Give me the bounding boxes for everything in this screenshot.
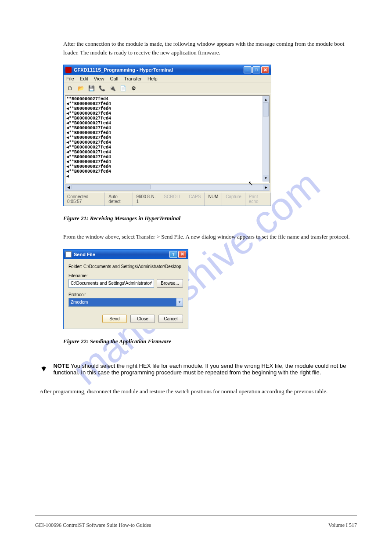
scroll-up-icon[interactable]: ▲ [263, 96, 269, 102]
folder-path: C:\Documents and Settings\Administrator\… [83, 264, 181, 269]
filename-input[interactable] [68, 279, 154, 288]
status-caps: CAPS [185, 192, 205, 206]
dialog-icon [65, 251, 72, 258]
dialog-close-button[interactable]: ✕ [178, 251, 186, 258]
footer-rule [35, 515, 357, 515]
figure-1: GFXD1111S_Programming - HyperTerminal – … [63, 65, 357, 206]
protocol-selected: Zmodem [69, 298, 176, 306]
footer-page: Volume I 517 [328, 522, 357, 529]
maximize-button[interactable]: □ [252, 66, 260, 73]
protocol-combo[interactable]: Zmodem ▼ [68, 298, 183, 307]
status-printecho: Print echo [245, 192, 271, 206]
status-connected: Connected 0:05:57 [64, 192, 105, 206]
outro-paragraph: After programming, disconnect the module… [40, 387, 357, 396]
scroll-right-icon[interactable]: ▶ [263, 185, 269, 190]
minimize-button[interactable]: – [244, 66, 252, 73]
send-icon[interactable]: 📄 [119, 84, 127, 92]
status-capture: Capture [222, 192, 245, 206]
dialog-titlebar: Send File ? ✕ [64, 250, 188, 259]
scroll-down-icon[interactable]: ▼ [263, 175, 269, 181]
titlebar: GFXD1111S_Programming - HyperTerminal – … [64, 65, 271, 75]
phone-icon[interactable]: 📞 [98, 84, 106, 92]
figure-1-caption: Figure 21: Receiving Messages in HyperTe… [63, 215, 357, 222]
terminal-output: **B000000027fed4 ◄**B000000027fed4 ◄**B0… [65, 95, 270, 183]
close-dialog-button[interactable]: Close [130, 315, 155, 323]
toolbar: 🗋 📂 💾 📞 🔌 📄 ⚙ [64, 83, 271, 94]
menu-file[interactable]: File [66, 76, 74, 81]
hyperterminal-window: GFXD1111S_Programming - HyperTerminal – … [63, 65, 271, 206]
statusbar: Connected 0:05:57 Auto detect 9600 8-N-1… [64, 192, 271, 206]
chevron-down-icon[interactable]: ▼ [176, 298, 183, 306]
browse-button[interactable]: Browse... [157, 279, 183, 288]
vertical-scrollbar[interactable]: ▲ ▼ [263, 96, 269, 181]
horizontal-scrollbar[interactable]: ◀ ▶ [65, 184, 270, 191]
close-button[interactable]: ✕ [261, 66, 269, 73]
scroll-thumb-h[interactable] [72, 185, 151, 189]
note-label: NOTE [53, 363, 69, 369]
figure-2: Send File ? ✕ Folder: C:\Documents and S… [63, 249, 357, 329]
dialog-title: Send File [74, 252, 169, 257]
dialog-buttons: Send Close Cancel [68, 315, 183, 323]
window-title: GFXD1111S_Programming - HyperTerminal [74, 67, 244, 73]
dialog-body: Folder: C:\Documents and Settings\Admini… [64, 259, 188, 329]
page: After the connection to the module is ma… [0, 0, 392, 421]
app-icon [65, 67, 72, 73]
folder-label: Folder: [68, 264, 82, 269]
menubar: File Edit View Call Transfer Help [64, 75, 271, 83]
intro-paragraph: After the connection to the module is ma… [63, 40, 357, 57]
cursor-icon: ↖ [248, 180, 253, 187]
status-baud: 9600 8-N-1 [133, 192, 161, 206]
protocol-label: Protocol: [68, 292, 183, 297]
cancel-button[interactable]: Cancel [158, 315, 183, 323]
status-scroll: SCROLL [160, 192, 185, 206]
scroll-left-icon[interactable]: ◀ [65, 185, 72, 190]
open-icon[interactable]: 📂 [77, 84, 85, 92]
note-text: NOTE You should select the right HEX fil… [53, 363, 357, 376]
note-body: You should select the right HEX file for… [53, 363, 346, 376]
step-paragraph: From the window above, select Transfer >… [63, 232, 357, 241]
save-icon[interactable]: 💾 [87, 84, 95, 92]
folder-line: Folder: C:\Documents and Settings\Admini… [68, 264, 183, 269]
disconnect-icon[interactable]: 🔌 [108, 84, 116, 92]
figure-2-caption: Figure 22: Sending the Application Firmw… [63, 338, 357, 345]
menu-edit[interactable]: Edit [80, 76, 88, 81]
filename-row: Browse... [68, 279, 183, 288]
scroll-track[interactable] [72, 185, 263, 190]
scroll-thumb[interactable] [263, 102, 269, 116]
menu-help[interactable]: Help [147, 76, 158, 81]
note-block: NOTE You should select the right HEX fil… [40, 363, 357, 378]
send-button[interactable]: Send [102, 315, 127, 323]
help-button[interactable]: ? [169, 251, 177, 258]
menu-call[interactable]: Call [110, 76, 119, 81]
status-num: NUM [205, 192, 222, 206]
properties-icon[interactable]: ⚙ [129, 84, 137, 92]
footer: GEI-100696 ControlST Software Suite How-… [35, 522, 357, 529]
menu-transfer[interactable]: Transfer [124, 76, 142, 81]
window-buttons: – □ ✕ [244, 66, 269, 73]
send-file-dialog: Send File ? ✕ Folder: C:\Documents and S… [63, 249, 188, 329]
footer-docnum: GEI-100696 ControlST Software Suite How-… [35, 522, 151, 529]
dialog-window-buttons: ? ✕ [169, 251, 186, 258]
status-autodetect: Auto detect [105, 192, 133, 206]
new-icon[interactable]: 🗋 [66, 84, 74, 92]
filename-label: Filename: [68, 273, 183, 278]
terminal-wrap: **B000000027fed4 ◄**B000000027fed4 ◄**B0… [64, 94, 271, 192]
note-icon [40, 363, 48, 378]
menu-view[interactable]: View [94, 76, 104, 81]
svg-rect-1 [43, 366, 45, 368]
